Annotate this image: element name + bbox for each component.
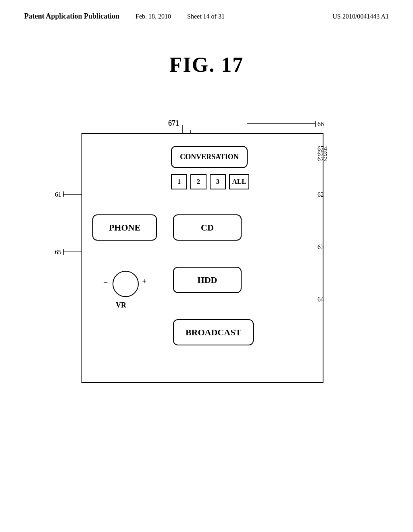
- figure-title: FIG. 17: [0, 53, 413, 77]
- ref-label-62: 62: [317, 191, 324, 198]
- diagram-area: 671 CONVERSATION 1 2 3 ALL PHONE: [49, 101, 364, 415]
- plus-label: +: [142, 277, 146, 286]
- hdd-label: HDD: [198, 275, 217, 285]
- ref-label-671: 671: [168, 119, 179, 128]
- vr-label: VR: [116, 301, 126, 310]
- num-box-all: ALL: [229, 174, 249, 189]
- header-title: Patent Application Publication: [24, 12, 119, 21]
- ref-label-63: 63: [317, 243, 324, 251]
- header-sheet: Sheet 14 of 31: [187, 13, 225, 20]
- number-boxes-row: 1 2 3 ALL: [171, 174, 249, 189]
- cd-label: CD: [201, 222, 214, 233]
- ref-label-64: 64: [317, 296, 324, 303]
- num-box-1: 1: [171, 174, 187, 189]
- phone-label: PHONE: [109, 222, 140, 233]
- header-date: Feb. 18, 2010: [136, 13, 171, 20]
- ref-label-65: 65: [55, 249, 61, 256]
- conversation-label: CONVERSATION: [180, 153, 239, 161]
- vr-knob: [113, 271, 139, 297]
- num-box-2: 2: [190, 174, 206, 189]
- phone-box: PHONE: [92, 214, 157, 241]
- broadcast-label: BROADCAST: [186, 327, 241, 338]
- num-box-3: 3: [210, 174, 226, 189]
- ref-label-66: 66: [317, 121, 324, 128]
- main-diagram-box: CONVERSATION 1 2 3 ALL PHONE CD: [81, 133, 323, 383]
- ref-label-672: 672: [317, 156, 327, 163]
- hdd-box: HDD: [173, 267, 242, 293]
- minus-label: −: [103, 278, 108, 287]
- header-patent: US 2010/0041443 A1: [332, 13, 389, 20]
- conversation-box: CONVERSATION: [171, 146, 248, 168]
- cd-box: CD: [173, 214, 242, 241]
- broadcast-box: BROADCAST: [173, 319, 254, 345]
- header: Patent Application Publication Feb. 18, …: [0, 0, 413, 21]
- ref-label-61: 61: [55, 191, 61, 198]
